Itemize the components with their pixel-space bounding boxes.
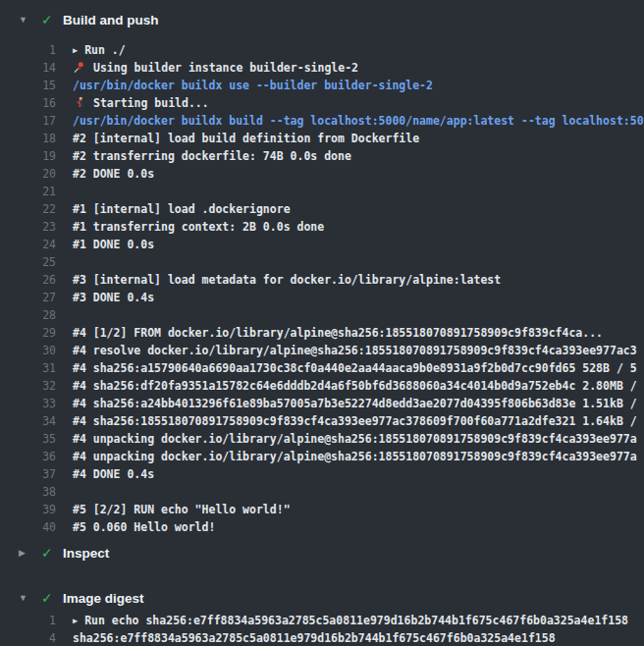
log-line: 39#5 [2/2] RUN echo "Hello world!" (0, 501, 644, 518)
line-number[interactable]: 24 (0, 238, 56, 251)
log-line: 29#4 [1/2] FROM docker.io/library/alpine… (0, 324, 644, 342)
line-number[interactable]: 28 (0, 308, 56, 322)
expand-arrow-icon[interactable]: ▶ (73, 45, 78, 55)
line-number[interactable]: 40 (0, 520, 56, 534)
line-number[interactable]: 18 (0, 132, 56, 145)
line-number[interactable]: 32 (0, 379, 56, 393)
line-number[interactable]: 20 (0, 167, 56, 181)
line-number[interactable]: 4 (0, 631, 56, 645)
line-number[interactable]: 37 (0, 467, 56, 481)
log-text: #4 sha256:a15790640a6690aa1730c38cf0a440… (56, 361, 637, 375)
line-number[interactable]: 25 (0, 255, 56, 269)
log-text: #1 DONE 0.0s (56, 238, 154, 251)
log-command-text: /usr/bin/docker buildx build --tag local… (56, 114, 644, 128)
log-text-value: #4 resolve docker.io/library/alpine@sha2… (73, 344, 637, 357)
log-line: 26#3 [internal] load metadata for docker… (0, 271, 644, 289)
log-text-value: Using builder instance builder-single-2 (93, 61, 358, 75)
line-number[interactable]: 36 (0, 450, 56, 463)
log-line: 32#4 sha256:df20fa9351a15782c64e6dddb2d4… (0, 377, 644, 395)
log-line: 21 (0, 183, 644, 200)
log-text-value: #3 [internal] load metadata for docker.i… (73, 273, 501, 287)
log-text-value: Run ./ (84, 43, 126, 57)
log-text: Starting build... (56, 96, 209, 110)
log-text: ▶Run ./ (56, 43, 126, 57)
check-icon: ✓ (41, 543, 63, 563)
chevron-right-icon: ▶ (19, 543, 31, 563)
check-icon: ✓ (41, 588, 63, 608)
log-text-value: #2 DONE 0.0s (73, 167, 154, 181)
log-text-value: #2 transferring dockerfile: 74B 0.0s don… (73, 149, 351, 163)
log-sections: ▼✓Build and push1▶Run ./14Using builder … (0, 0, 644, 646)
line-number[interactable]: 26 (0, 273, 56, 287)
log-text-value: #1 transferring context: 2B 0.0s done (73, 220, 324, 234)
check-icon: ✓ (41, 10, 63, 29)
line-number[interactable]: 27 (0, 291, 56, 304)
log-line: 35#4 unpacking docker.io/library/alpine@… (0, 430, 644, 448)
log-line: 1▶Run ./ (0, 41, 644, 59)
log-text-value: #4 [1/2] FROM docker.io/library/alpine@s… (73, 326, 603, 340)
log-text-value: sha256:e7ff8834a5963a2785c5a0811e979d16b… (73, 631, 556, 645)
runner-icon (73, 96, 85, 109)
log-line: 4sha256:e7ff8834a5963a2785c5a0811e979d16… (0, 629, 644, 646)
line-number[interactable]: 34 (0, 414, 56, 428)
log-text-value: /usr/bin/docker buildx build --tag local… (73, 114, 644, 128)
log-line: 25 (0, 253, 644, 271)
log-text-value: #3 DONE 0.4s (73, 291, 154, 304)
line-number[interactable]: 39 (0, 503, 56, 516)
section-image-digest: ▼✓Image digest1▶Run echo sha256:e7ff8834… (0, 588, 644, 646)
line-number[interactable]: 19 (0, 149, 56, 163)
line-number[interactable]: 14 (0, 61, 56, 75)
log-line: 27#3 DONE 0.4s (0, 289, 644, 306)
log-text: sha256:e7ff8834a5963a2785c5a0811e979d16b… (56, 631, 556, 645)
log-text: #4 sha256:185518070891758909c9f839cf4ca3… (56, 414, 637, 428)
log-text-value: #4 unpacking docker.io/library/alpine@sh… (73, 432, 637, 446)
log-text-value: #4 sha256:a24bb4013296f61e89ba57005a7b3e… (73, 397, 637, 410)
log-text-value: #1 [internal] load .dockerignore (73, 202, 291, 216)
line-number[interactable]: 30 (0, 344, 56, 357)
log-line: 37#4 DONE 0.4s (0, 465, 644, 483)
line-number[interactable]: 1 (0, 43, 56, 57)
log-text: #2 [internal] load build definition from… (56, 132, 419, 145)
log-text: #4 [1/2] FROM docker.io/library/alpine@s… (56, 326, 603, 340)
line-number[interactable]: 22 (0, 202, 56, 216)
section-header-build-and-push[interactable]: ▼✓Build and push (0, 10, 644, 29)
log-line: 28 (0, 306, 644, 324)
line-number[interactable]: 21 (0, 185, 56, 198)
log-line: 31#4 sha256:a15790640a6690aa1730c38cf0a4… (0, 359, 644, 377)
log-line: 16Starting build... (0, 94, 644, 112)
section-header-inspect[interactable]: ▶✓Inspect (0, 543, 644, 563)
section-header-image-digest[interactable]: ▼✓Image digest (0, 588, 644, 608)
log-text-value: #4 unpacking docker.io/library/alpine@sh… (73, 450, 637, 463)
log-text: #2 DONE 0.0s (56, 167, 154, 181)
log-line: 23#1 transferring context: 2B 0.0s done (0, 218, 644, 236)
line-number[interactable]: 35 (0, 432, 56, 446)
expand-arrow-icon[interactable]: ▶ (73, 616, 78, 625)
log-line: 17/usr/bin/docker buildx build --tag loc… (0, 112, 644, 130)
section-build-and-push: ▼✓Build and push1▶Run ./14Using builder … (0, 0, 644, 536)
log-line: 33#4 sha256:a24bb4013296f61e89ba57005a7b… (0, 395, 644, 412)
log-line: 20#2 DONE 0.0s (0, 165, 644, 183)
line-number[interactable]: 17 (0, 114, 56, 128)
line-number[interactable]: 1 (0, 614, 56, 627)
line-number[interactable]: 16 (0, 96, 56, 110)
log-text: #5 0.060 Hello world! (56, 520, 215, 534)
section-title: Inspect (63, 546, 109, 561)
line-number[interactable]: 38 (0, 485, 56, 499)
log-line: 40#5 0.060 Hello world! (0, 518, 644, 536)
section-title: Image digest (63, 591, 144, 606)
line-number[interactable]: 33 (0, 397, 56, 410)
line-number[interactable]: 15 (0, 79, 56, 92)
log-line: 18#2 [internal] load build definition fr… (0, 130, 644, 147)
chevron-down-icon: ▼ (19, 588, 31, 608)
pushpin-icon (73, 61, 85, 74)
log-text-value: #4 sha256:df20fa9351a15782c64e6dddb2d4a6… (73, 379, 637, 393)
log-text-value: #4 sha256:185518070891758909c9f839cf4ca3… (73, 414, 637, 428)
line-number[interactable]: 23 (0, 220, 56, 234)
log-text-value: #5 0.060 Hello world! (73, 520, 215, 534)
log-text: #4 sha256:a24bb4013296f61e89ba57005a7b3e… (56, 397, 637, 410)
chevron-down-icon: ▼ (19, 10, 31, 29)
line-number[interactable]: 29 (0, 326, 56, 340)
log-text-value: /usr/bin/docker buildx use --builder bui… (73, 79, 433, 92)
log-line: 19#2 transferring dockerfile: 74B 0.0s d… (0, 147, 644, 165)
line-number[interactable]: 31 (0, 361, 56, 375)
